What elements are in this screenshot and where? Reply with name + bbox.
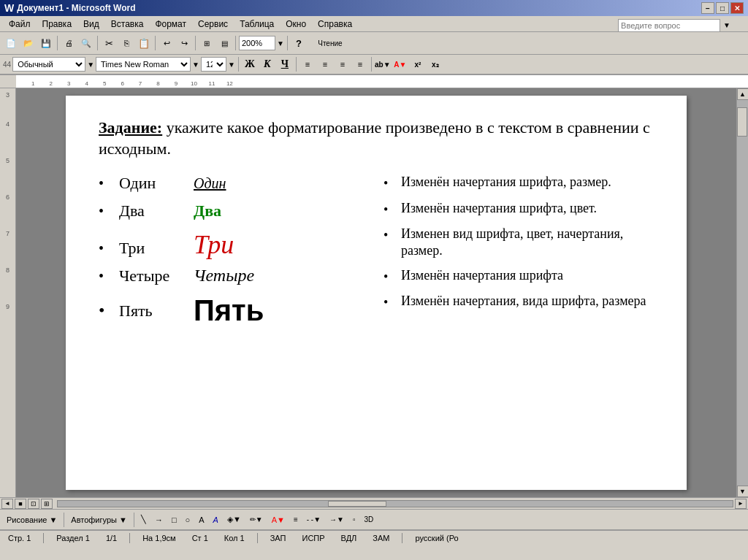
bold-button[interactable]: Ж <box>242 56 258 72</box>
status-sep3 <box>257 533 258 543</box>
menu-view[interactable]: Вид <box>77 18 105 31</box>
redo-button[interactable]: ↪ <box>176 35 192 51</box>
right-item-1: Изменён начертания шрифта, размер. <box>401 174 611 191</box>
textbox-tool[interactable]: A <box>195 512 207 528</box>
undo-button[interactable]: ↩ <box>159 35 175 51</box>
status-pages: 1/1 <box>102 533 121 543</box>
right-bullet-list: • Изменён начертания шрифта, размер. • И… <box>383 174 654 311</box>
status-vdl: ВДЛ <box>337 533 361 543</box>
align-justify-button[interactable]: ≡ <box>352 56 368 72</box>
word-five-orig: Пять <box>119 302 185 321</box>
italic-button[interactable]: К <box>259 56 275 72</box>
document-page: Задание: укажите какое форматирование пр… <box>66 96 687 490</box>
hscroll-track <box>57 500 733 507</box>
highlight-button[interactable]: ab▼ <box>375 56 391 72</box>
dash-style-tool[interactable]: - -▼ <box>303 512 324 528</box>
help-arrow-icon[interactable]: ▼ <box>723 21 730 29</box>
line-style-tool[interactable]: ≡ <box>290 512 302 528</box>
menu-edit[interactable]: Правка <box>37 18 78 31</box>
drawing-toolbar: Рисование ▼ Автофигуры ▼ ╲ → □ ○ A A ◈▼ … <box>0 509 748 529</box>
size-select[interactable]: 12 <box>201 57 226 72</box>
zoom-arrow-icon[interactable]: ▼ <box>277 39 284 47</box>
print-button[interactable]: 🖨 <box>61 35 77 51</box>
reading-button[interactable]: Чтение <box>308 35 352 51</box>
scroll-thumb[interactable] <box>737 107 747 137</box>
arrow-tool[interactable]: → <box>151 512 167 528</box>
right-column: • Изменён начертания шрифта, размер. • И… <box>383 174 654 336</box>
3d-tool[interactable]: 3D <box>361 512 378 528</box>
arrow-style-tool[interactable]: →▼ <box>326 512 348 528</box>
page-wrapper: Задание: укажите какое форматирование пр… <box>16 88 736 497</box>
align-center-button[interactable]: ≡ <box>317 56 333 72</box>
preview-button[interactable]: 🔍 <box>78 35 94 51</box>
zadanie-body: укажите какое форматирование произведено… <box>99 118 650 158</box>
menu-table[interactable]: Таблица <box>234 18 280 31</box>
style-select[interactable]: Обычный <box>12 57 85 72</box>
oval-tool[interactable]: ○ <box>182 512 194 528</box>
view-layout-button[interactable]: ⊡ <box>28 499 39 509</box>
list-item: • Пять Пять <box>99 294 369 327</box>
list-item: • Четыре Четыре <box>99 266 369 285</box>
menu-window[interactable]: Окно <box>280 18 312 31</box>
open-button[interactable]: 📂 <box>20 35 37 51</box>
menu-format[interactable]: Формат <box>149 18 192 31</box>
scroll-up-button[interactable]: ▲ <box>737 88 749 100</box>
close-button[interactable]: ✕ <box>730 2 744 14</box>
paste-button[interactable]: 📋 <box>136 35 152 51</box>
rect-tool[interactable]: □ <box>168 512 180 528</box>
maximize-button[interactable]: □ <box>716 2 729 14</box>
table-button[interactable]: ⊞ <box>199 35 215 51</box>
autoshapes-button[interactable]: Автофигуры ▼ <box>67 512 131 528</box>
left-bullet-list: • Один Один • Два Два • Три Три <box>99 174 369 327</box>
view-normal-button[interactable]: ■ <box>15 499 26 509</box>
zoom-input[interactable]: 200% <box>239 36 275 50</box>
menu-insert[interactable]: Вставка <box>105 18 150 31</box>
menu-help[interactable]: Справка <box>312 18 358 31</box>
list-item: • Один Один <box>99 174 369 193</box>
font-color-button[interactable]: A▼ <box>392 56 408 72</box>
shadow-tool[interactable]: ▫ <box>349 512 359 528</box>
menu-file[interactable]: Файл <box>3 18 37 31</box>
menu-bar: Файл Правка Вид Вставка Формат Сервис Та… <box>0 16 748 32</box>
right-item-5: Изменён начертания, вида шрифта, размера <box>401 293 646 310</box>
word-five-fmt: Пять <box>194 294 264 327</box>
columns-button[interactable]: ▤ <box>216 35 232 51</box>
new-button[interactable]: 📄 <box>3 35 19 51</box>
align-left-button[interactable]: ≡ <box>299 56 316 72</box>
font-color-draw-tool[interactable]: A▼ <box>268 512 289 528</box>
font-select[interactable]: Times New Roman <box>96 57 191 72</box>
horizontal-scrollbar: ◄ ■ ⊡ ⊞ ► <box>0 497 748 509</box>
word-three-fmt: Три <box>194 229 234 260</box>
hscroll-thumb[interactable] <box>328 501 386 507</box>
right-item-2: Изменён начертания шрифта, цвет. <box>401 200 597 217</box>
word-three-orig: Три <box>119 239 185 258</box>
line-tool[interactable]: ╲ <box>137 512 150 528</box>
draw-draw-button[interactable]: Рисование ▼ <box>3 512 61 528</box>
scroll-right-button[interactable]: ► <box>735 499 747 509</box>
copy-button[interactable]: ⎘ <box>118 35 134 51</box>
help-input[interactable] <box>618 19 720 32</box>
scroll-down-button[interactable]: ▼ <box>737 486 749 497</box>
font-arrow-icon[interactable]: ▼ <box>192 61 199 69</box>
cut-button[interactable]: ✂ <box>101 35 117 51</box>
scroll-left-button[interactable]: ◄ <box>1 499 13 509</box>
size-arrow-icon[interactable]: ▼ <box>228 61 235 69</box>
subscript-button[interactable]: x₂ <box>427 56 443 72</box>
minimize-button[interactable]: − <box>701 2 714 14</box>
line-color-tool[interactable]: ✏▼ <box>246 512 267 528</box>
zadanie-heading: Задание: укажите какое форматирование пр… <box>99 118 654 159</box>
align-right-button[interactable]: ≡ <box>335 56 351 72</box>
fill-color-tool[interactable]: ◈▼ <box>224 512 245 528</box>
word-one-fmt: Один <box>194 175 226 192</box>
style-arrow-icon[interactable]: ▼ <box>87 61 94 69</box>
help-btn-toolbar[interactable]: ? <box>291 35 307 51</box>
underline-button[interactable]: Ч <box>277 56 293 72</box>
save-button[interactable]: 💾 <box>38 35 54 51</box>
menu-service[interactable]: Сервис <box>192 18 234 31</box>
wordart-tool[interactable]: A <box>210 512 222 528</box>
list-item: • Изменен вид шрифта, цвет, начертания, … <box>383 226 654 260</box>
view-web-button[interactable]: ⊞ <box>41 499 53 509</box>
superscript-button[interactable]: x² <box>410 56 426 72</box>
bullet-dot: • <box>383 269 394 285</box>
sep5 <box>235 36 236 50</box>
